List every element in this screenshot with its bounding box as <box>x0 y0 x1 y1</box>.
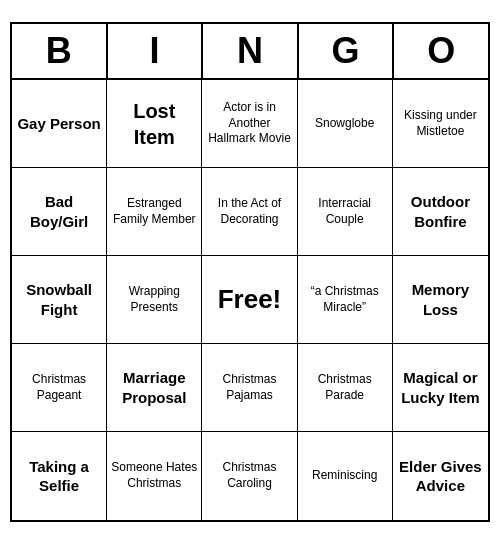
bingo-cell: Christmas Pageant <box>12 344 107 432</box>
bingo-cell: Actor is in Another Hallmark Movie <box>202 80 297 168</box>
bingo-header-letter: N <box>203 24 299 78</box>
bingo-cell: Estranged Family Member <box>107 168 202 256</box>
bingo-cell: Elder Gives Advice <box>393 432 488 520</box>
bingo-header-letter: G <box>299 24 395 78</box>
bingo-cell: Marriage Proposal <box>107 344 202 432</box>
bingo-header-letter: O <box>394 24 488 78</box>
bingo-cell: Someone Hates Christmas <box>107 432 202 520</box>
bingo-cell: Outdoor Bonfire <box>393 168 488 256</box>
bingo-cell: Christmas Caroling <box>202 432 297 520</box>
bingo-cell: Memory Loss <box>393 256 488 344</box>
bingo-cell: Wrapping Presents <box>107 256 202 344</box>
bingo-cell: Gay Person <box>12 80 107 168</box>
bingo-cell: Free! <box>202 256 297 344</box>
bingo-cell: Christmas Pajamas <box>202 344 297 432</box>
bingo-card: BINGO Gay PersonLost ItemActor is in Ano… <box>10 22 490 522</box>
bingo-grid: Gay PersonLost ItemActor is in Another H… <box>12 80 488 520</box>
bingo-header: BINGO <box>12 24 488 80</box>
bingo-cell: Snowball Fight <box>12 256 107 344</box>
bingo-cell: Christmas Parade <box>298 344 393 432</box>
bingo-cell: Interracial Couple <box>298 168 393 256</box>
bingo-cell: Taking a Selfie <box>12 432 107 520</box>
bingo-cell: Reminiscing <box>298 432 393 520</box>
bingo-cell: In the Act of Decorating <box>202 168 297 256</box>
bingo-cell: Lost Item <box>107 80 202 168</box>
bingo-header-letter: B <box>12 24 108 78</box>
bingo-cell: Bad Boy/Girl <box>12 168 107 256</box>
bingo-header-letter: I <box>108 24 204 78</box>
bingo-cell: Snowglobe <box>298 80 393 168</box>
bingo-cell: Magical or Lucky Item <box>393 344 488 432</box>
bingo-cell: Kissing under Mistletoe <box>393 80 488 168</box>
bingo-cell: “a Christmas Miracle” <box>298 256 393 344</box>
